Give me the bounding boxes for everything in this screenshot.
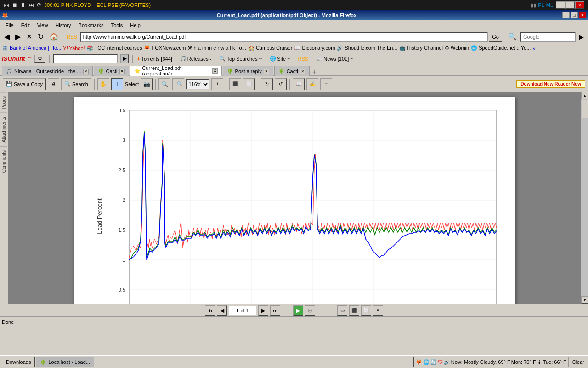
bookmark-history[interactable]: 📺 History Channel: [399, 45, 443, 51]
menu-file[interactable]: File: [2, 22, 17, 29]
page-indicator[interactable]: 1 of 1: [229, 306, 256, 315]
nav-icon-1[interactable]: ▶: [293, 305, 303, 316]
stop-btn[interactable]: ✕: [24, 32, 34, 42]
view-extra-btn[interactable]: ≡: [373, 305, 383, 316]
snapshot-tool-btn[interactable]: 📷: [141, 78, 153, 90]
nav-icon-2[interactable]: ◎: [305, 305, 315, 316]
tab-reply-close[interactable]: ✕: [264, 69, 269, 74]
go-btn[interactable]: Go: [489, 32, 502, 42]
fit-width-btn[interactable]: ⬜: [243, 78, 255, 90]
address-input[interactable]: [80, 32, 488, 42]
bookmark-yahoo[interactable]: Y! Yahoo!: [63, 46, 85, 51]
media-stop-btn[interactable]: ⏹: [12, 2, 17, 8]
zoom-out-btn[interactable]: −🔍: [172, 78, 184, 90]
zoom-select[interactable]: 116% 100% 75% 50%: [186, 79, 209, 89]
zoom-extra-btn[interactable]: +: [211, 78, 223, 90]
menu-view[interactable]: View: [34, 22, 52, 29]
download-reader-btn[interactable]: Download New Reader Now: [516, 80, 585, 88]
scroll-down-btn[interactable]: ▼: [581, 296, 588, 304]
isohunt-torrents-link[interactable]: ⬇ Torrents [644]: [136, 56, 172, 62]
bookmark-hw[interactable]: ⚒ h a m m e r w a l k . o...: [187, 45, 246, 51]
tab-pdf-close[interactable]: ✕: [212, 68, 217, 74]
win-close-btn[interactable]: ✕: [575, 1, 584, 9]
prev-page-btn[interactable]: ◀: [217, 305, 227, 316]
view-normal-btn[interactable]: ▭: [337, 305, 347, 316]
scroll-track[interactable]: [581, 99, 588, 296]
view-split-btn[interactable]: ⬜: [361, 305, 371, 316]
bookmark-dict[interactable]: 📖 Dictionary.com: [294, 45, 335, 51]
isohunt-rss-link[interactable]: RSS: [298, 56, 309, 62]
bookmark-tcc[interactable]: 📚 TCC internet courses: [87, 45, 142, 51]
next-page-btn[interactable]: ▶: [258, 305, 268, 316]
tab-cacti-2-close[interactable]: ✕: [300, 69, 305, 74]
search-btn[interactable]: 🔍 Search: [61, 78, 91, 90]
sidebar-tab-comments[interactable]: Comments: [0, 146, 7, 176]
downloads-btn[interactable]: Downloads: [2, 357, 35, 367]
restore-btn[interactable]: □: [571, 12, 578, 18]
isohunt-site-link[interactable]: 🌐 Site ~: [270, 56, 290, 62]
menu-bookmarks[interactable]: Bookmarks: [75, 22, 107, 29]
bookmark-speed[interactable]: 🌐 SpeedGuide.net :: Yo...: [471, 45, 531, 51]
refresh-btn[interactable]: ↻: [35, 32, 46, 42]
rotate-ccw-btn[interactable]: ↺: [275, 78, 287, 90]
media-next-btn[interactable]: ⏭: [28, 2, 34, 8]
new-tab-btn[interactable]: +: [311, 68, 318, 75]
isohunt-settings-btn[interactable]: ⚙: [34, 55, 45, 63]
tab-nirvana-close[interactable]: ✕: [83, 69, 89, 74]
search-input[interactable]: [520, 32, 576, 42]
search-go-btn[interactable]: ▶: [577, 32, 586, 42]
close-btn[interactable]: ✕: [579, 12, 586, 18]
bookmark-webmin[interactable]: ⚙ Webmin: [445, 45, 469, 51]
read-mode-btn[interactable]: 📖: [293, 78, 305, 90]
tab-cacti-2[interactable]: 🌵 Cacti ✕: [274, 66, 310, 76]
save-copy-btn[interactable]: 💾 Save a Copy: [3, 78, 46, 90]
tools-more-btn[interactable]: ≡: [320, 78, 332, 90]
tab-nirvana[interactable]: 🎵 Nirvana - Outcesticide - the ... ✕: [2, 66, 93, 76]
isohunt-searches-link[interactable]: 🔍 Top Searches ~: [219, 56, 262, 62]
media-pause-btn[interactable]: ⏸: [20, 2, 26, 8]
view-full-btn[interactable]: ⬛: [349, 305, 359, 316]
localhost-btn[interactable]: 🌵 Localhost - Load...: [36, 357, 94, 367]
zoom-in-btn[interactable]: 🔍: [158, 78, 170, 90]
pdf-viewport[interactable]: 3.5 3 2.5 2 1.5 1 0.5 0 Load Percent 03/…: [8, 92, 581, 304]
right-scrollbar[interactable]: ▲ ▼: [581, 92, 588, 304]
minimize-btn[interactable]: _: [562, 12, 570, 18]
last-page-btn[interactable]: ⏭: [270, 305, 280, 316]
home-btn[interactable]: 🏠: [47, 32, 61, 42]
menu-history[interactable]: History: [51, 22, 74, 29]
isohunt-news-link[interactable]: 📰 News [101] ~: [316, 56, 353, 62]
bookmark-campus[interactable]: 🏫 Campus Cruiser: [248, 45, 293, 51]
isohunt-search-btn[interactable]: ▶: [120, 54, 129, 63]
bookmark-boa[interactable]: 🏦 Bank of America | Ho...: [2, 45, 61, 51]
hand-tool-btn[interactable]: ✋: [97, 78, 109, 90]
bookmark-overflow[interactable]: »: [532, 46, 535, 51]
media-extra-btn[interactable]: ⟳: [37, 2, 41, 8]
clear-btn[interactable]: Clear: [571, 359, 586, 365]
tab-pdf[interactable]: ⭐ Current_Load.pdf (application/p... ✕: [130, 66, 222, 76]
bookmark-shout[interactable]: 🔊 Shoutfile.com The En...: [337, 45, 397, 51]
media-prev-btn[interactable]: ⏮: [4, 2, 9, 8]
sidebar-tab-attachments[interactable]: Attachments: [0, 113, 7, 146]
win-minimize-btn[interactable]: _: [556, 1, 565, 9]
bookmark-fox[interactable]: 🦊 FOXNews.com: [144, 45, 186, 51]
forms-btn[interactable]: ✍: [306, 78, 318, 90]
isohunt-releases-link[interactable]: 🎵 Releases -: [180, 56, 212, 62]
rotate-cw-btn[interactable]: ↻: [261, 78, 273, 90]
win-restore-btn[interactable]: □: [565, 1, 575, 9]
menu-edit[interactable]: Edit: [17, 22, 34, 29]
sidebar-tab-pages[interactable]: Pages: [0, 92, 7, 113]
tab-cacti-1[interactable]: 🌵 Cacti ✕: [94, 66, 129, 76]
tab-cacti-1-close[interactable]: ✕: [119, 69, 125, 74]
rss-btn[interactable]: RSS: [64, 32, 79, 42]
fit-page-btn[interactable]: ⬛: [229, 78, 241, 90]
menu-help[interactable]: Help: [126, 22, 144, 29]
tab-reply[interactable]: 🌵 Post a reply ✕: [223, 66, 273, 76]
scroll-up-btn[interactable]: ▲: [581, 92, 588, 99]
first-page-btn[interactable]: ⏮: [205, 305, 215, 316]
print-btn[interactable]: 🖨: [48, 78, 59, 90]
select-tool-btn[interactable]: I: [111, 78, 123, 90]
menu-tools[interactable]: Tools: [107, 22, 127, 29]
scroll-thumb[interactable]: [582, 100, 588, 118]
back-btn[interactable]: ◀: [2, 32, 12, 42]
isohunt-search-input[interactable]: [53, 54, 118, 63]
